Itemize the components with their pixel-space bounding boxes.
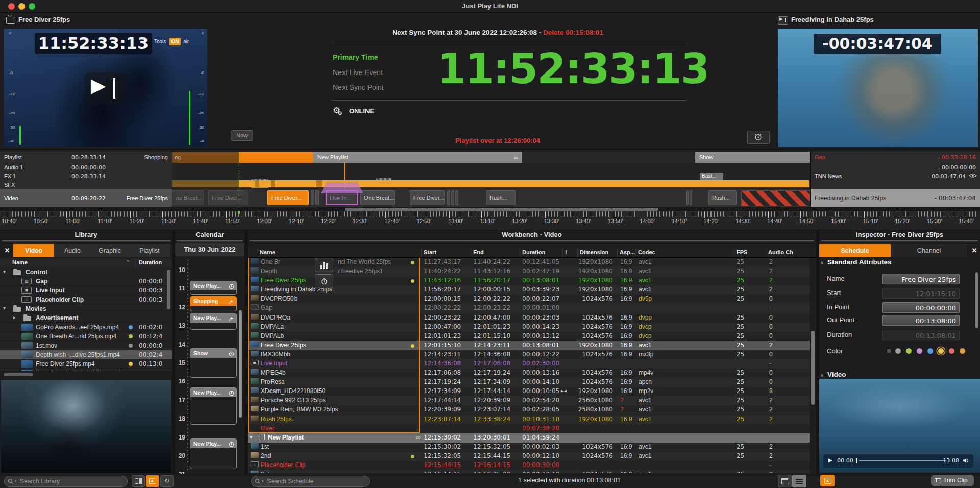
workbench-col-audioch[interactable]: Audio Ch bbox=[768, 249, 793, 255]
color-swatch[interactable] bbox=[906, 348, 912, 354]
library-row[interactable]: ▸Advertisement bbox=[0, 313, 172, 323]
playlist-block-new-playlist[interactable]: New Playlist ∞ bbox=[313, 152, 522, 163]
inspector-close-button[interactable]: ✕ bbox=[969, 244, 980, 257]
color-swatch[interactable] bbox=[927, 348, 933, 354]
library-row[interactable]: Depth wish -...dive 25fps1.mp400:02:4 bbox=[0, 350, 172, 359]
chevron-icon[interactable]: ▸ bbox=[13, 314, 16, 320]
timer-button[interactable] bbox=[747, 131, 770, 144]
workbench-row[interactable]: Free Diver 25fps12:01:15:1012:14:23:1100… bbox=[248, 341, 810, 350]
calendar-event-shopping[interactable]: Shopping bbox=[190, 296, 237, 311]
inspector-field-name[interactable]: Free Diver 25fps bbox=[882, 274, 960, 284]
speaker-icon[interactable] bbox=[963, 458, 969, 463]
workbench-row[interactable]: DVCPROa12:00:23:2212:00:47:0000:00:23:03… bbox=[248, 313, 810, 323]
timer-tool-button[interactable] bbox=[315, 274, 333, 288]
video-clip-sliver[interactable] bbox=[447, 190, 450, 205]
chevron-icon[interactable]: ▾ bbox=[250, 434, 252, 440]
library-col-name[interactable]: Name bbox=[12, 259, 28, 265]
workbench-col-asp[interactable]: Asp... bbox=[620, 249, 635, 255]
inspector-video-preview[interactable]: ▶ 00:00 -13:08 bbox=[819, 379, 980, 473]
workbench-row[interactable]: Gap12:00:22:2212:00:23:2200:00:01:00- bbox=[248, 304, 810, 313]
eye-icon[interactable] bbox=[969, 173, 977, 178]
chevron-icon[interactable]: ▾ bbox=[3, 269, 6, 274]
play-pause-overlay[interactable]: ▶ bbox=[85, 72, 127, 104]
workbench-row[interactable]: Porsche 992 GT3 25fps12:17:44:1412:20:39… bbox=[248, 396, 810, 405]
library-row[interactable]: ▨Gap00:00:0 bbox=[0, 277, 172, 286]
library-column-header[interactable]: Name ^ Duration bbox=[0, 258, 172, 268]
playlist-block-show[interactable]: Show bbox=[695, 152, 813, 163]
library-tab-video[interactable]: Video bbox=[13, 244, 55, 257]
chart-tool-button[interactable] bbox=[315, 258, 333, 272]
video-clip-sliver[interactable] bbox=[451, 190, 454, 205]
timeline-track-playlist[interactable]: Playlist 00:28:33:14 Shopping bbox=[0, 152, 172, 163]
video-clip-missing-media[interactable] bbox=[741, 190, 810, 206]
calendar-event-new-play-[interactable]: New Play... bbox=[190, 281, 237, 295]
playhead-line[interactable] bbox=[239, 152, 239, 207]
library-row[interactable]: Free Diver 25fps.mp400:13:0 bbox=[0, 359, 172, 369]
video-clip-sliver[interactable] bbox=[686, 190, 689, 205]
play-button[interactable]: ▶ bbox=[828, 457, 832, 463]
inspector-tab-channel[interactable]: Channel bbox=[891, 244, 968, 257]
video-clip[interactable]: ne Breat... bbox=[173, 190, 204, 205]
workbench-row[interactable]: XDcam_HD4221080i5012:17:34:0912:17:44:14… bbox=[248, 387, 810, 396]
trim-clip-button[interactable]: Trim Clip bbox=[931, 475, 974, 486]
color-swatch[interactable] bbox=[917, 348, 922, 354]
library-row[interactable]: ▾Movies bbox=[0, 304, 172, 313]
timeline-track-audio1[interactable]: Audio 1 00:00:00:00 bbox=[0, 163, 172, 172]
workbench-col-name[interactable]: Name bbox=[260, 249, 275, 255]
video-clip[interactable]: Rush... bbox=[708, 190, 737, 205]
workbench-row[interactable]: 2nd12:15:32:0512:15:44:1500:00:12:101024… bbox=[248, 452, 810, 461]
library-row[interactable]: ▾Control bbox=[0, 267, 172, 277]
video-clip-sliver[interactable] bbox=[311, 190, 314, 205]
workbench-column-header[interactable]: NameStartEndDuration!DimensionAsp...Code… bbox=[248, 248, 816, 258]
calendar-event-new-play-[interactable]: New Play... bbox=[190, 387, 237, 425]
player-scrub-handle[interactable] bbox=[856, 458, 857, 463]
library-row[interactable]: ↓Placeholder Clip00:00:3 bbox=[0, 295, 172, 304]
library-row[interactable]: GoPro Awards...eef 25fps.mp400:02:0 bbox=[0, 323, 172, 332]
fx-block-basic[interactable]: Basi... bbox=[700, 173, 723, 180]
calendar-event-new-play-[interactable]: New Play... bbox=[190, 313, 237, 330]
workbench-row[interactable]: ↓Placeholder Clip12:15:44:1512:16:14:150… bbox=[248, 461, 810, 470]
library-hscroll-thumb[interactable] bbox=[4, 373, 33, 376]
library-row[interactable]: One Breath Ar...rld 25fps.mp400:12:4 bbox=[0, 332, 172, 341]
library-tab-playlist[interactable]: Playlist bbox=[129, 244, 171, 257]
workbench-row[interactable]: MPEG4b12:17:06:0812:17:19:2400:00:13:161… bbox=[248, 369, 810, 378]
video-clip[interactable]: One Breat... bbox=[360, 190, 395, 205]
workbench-row[interactable]: 1st12:15:30:0212:15:32:0500:00:02:031024… bbox=[248, 443, 810, 452]
workbench-row[interactable]: DVPALa12:00:47:0012:01:01:2300:00:14:231… bbox=[248, 323, 810, 332]
video-clip[interactable]: Free Diver... bbox=[410, 190, 445, 205]
workbench-col-codec[interactable]: Codec bbox=[638, 249, 655, 255]
color-swatch[interactable] bbox=[938, 348, 944, 354]
workbench-row[interactable]: DVCPRO50b12:00:00:1512:00:22:2200:00:22:… bbox=[248, 295, 810, 304]
library-row[interactable]: Freediving in Dahab 25fps.mp4 bbox=[0, 369, 172, 371]
inspector-field-out-point[interactable]: 00:13:08:00 bbox=[882, 315, 960, 326]
inspector-field-in-point[interactable]: 00:00:00:00 bbox=[882, 302, 960, 313]
chevron-down-icon[interactable]: ∨ bbox=[820, 260, 824, 265]
thumbnail-view-button[interactable] bbox=[146, 475, 159, 487]
library-vscroll-thumb[interactable] bbox=[167, 270, 170, 309]
workbench-row[interactable]: Live Input12:14:36:0812:17:06:0800:02:30… bbox=[248, 359, 810, 369]
refresh-button[interactable]: ↻ bbox=[160, 475, 174, 487]
time-ruler[interactable]: 10:40'10:50'11:00'11:10'11:20'11:30'11:4… bbox=[0, 211, 980, 230]
video-clip[interactable]: Free Diver... bbox=[208, 190, 248, 205]
library-row[interactable]: ◼Live Input00:00:3 bbox=[0, 286, 172, 295]
playlist-block-onair[interactable] bbox=[239, 152, 313, 163]
inspector-vscroll-thumb[interactable] bbox=[975, 272, 978, 328]
standard-attributes-section[interactable]: Standard Attributes bbox=[827, 258, 892, 266]
calendar-event-show[interactable]: Show bbox=[190, 348, 237, 378]
primary-time-tab[interactable]: Primary Time bbox=[333, 53, 378, 61]
tools-on-toggle[interactable]: ON bbox=[169, 38, 181, 45]
video-clip[interactable]: Rush... bbox=[486, 190, 516, 205]
calendar-event-new-play-[interactable]: New Play... bbox=[190, 438, 237, 469]
color-swatch-none[interactable] bbox=[887, 349, 891, 353]
timeline-track-sfx[interactable]: SFX bbox=[0, 180, 172, 189]
workbench-row[interactable]: ▾New Playlist∞12:15:30:0213:20:30:0101:0… bbox=[248, 433, 810, 443]
calendar-day-header[interactable]: Thu 30 Jun 2022 bbox=[175, 243, 244, 256]
workbench-col-fps[interactable]: FPS bbox=[737, 249, 747, 255]
player-progress-track[interactable] bbox=[859, 460, 946, 461]
schedule-search-input[interactable]: ▾ Search Schedule bbox=[251, 476, 370, 487]
library-search-input[interactable]: ▾ Search Library bbox=[4, 476, 128, 487]
workbench-row[interactable]: Purple Rein; BMW M3 25fps12:20:39:0912:2… bbox=[248, 405, 810, 414]
split-view-button[interactable] bbox=[132, 475, 145, 487]
workbench-col-start[interactable]: Start bbox=[424, 249, 436, 255]
workbench-row[interactable]: 3rd12:16:14:1512:16:25:0000:00:10:101024… bbox=[248, 470, 810, 473]
